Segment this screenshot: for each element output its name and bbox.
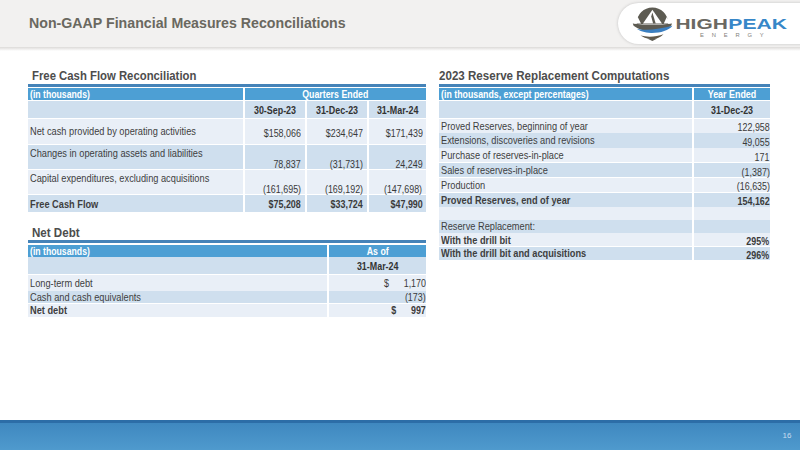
svg-text:HIGH: HIGH [676,16,728,32]
svg-text:E N E R G Y: E N E R G Y [700,32,764,38]
svg-text:PEAK: PEAK [728,16,788,32]
